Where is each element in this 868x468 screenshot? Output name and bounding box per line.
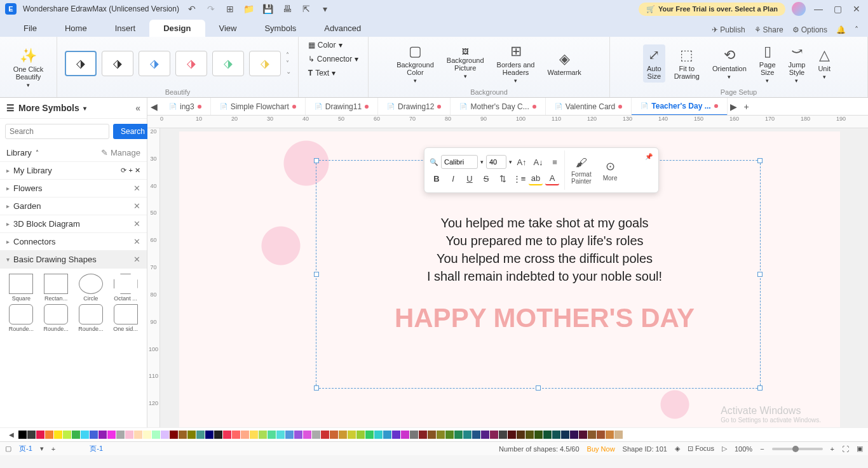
color-swatch[interactable] — [116, 431, 125, 439]
theme-thumb-3[interactable]: ⬗ — [139, 51, 170, 76]
color-swatch[interactable] — [143, 431, 151, 439]
zoom-in-icon[interactable]: + — [831, 445, 834, 453]
color-swatch[interactable] — [232, 431, 240, 439]
card-body-text[interactable]: You helped me take shot at my goals You … — [325, 214, 764, 285]
color-swatch[interactable] — [268, 431, 276, 439]
color-swatch[interactable] — [72, 431, 80, 439]
sel-handle-ne[interactable] — [757, 158, 763, 163]
menu-insert[interactable]: Insert — [101, 20, 150, 37]
sidebar-cat[interactable]: ▸ My Library⟳ + ✕ — [0, 162, 147, 180]
theme-down-icon[interactable]: ˅ — [286, 60, 291, 67]
color-swatch[interactable] — [392, 431, 400, 439]
color-swatch[interactable] — [437, 431, 445, 439]
doc-tab[interactable]: 📄 ing3 — [160, 98, 211, 116]
fit-drawing-button[interactable]: ⬚Fit to Drawing — [670, 44, 703, 83]
library-row[interactable]: Library ˄✎ Manage — [0, 144, 147, 162]
connector-button[interactable]: ↳ Connector ▾ — [306, 53, 361, 65]
page-dropdown-icon[interactable]: ▾ — [40, 445, 44, 453]
doc-tab[interactable]: 📄 Valentine Card — [546, 98, 632, 116]
publish-button[interactable]: ✈ Publish — [712, 25, 745, 34]
minimize-icon[interactable]: — — [812, 3, 825, 15]
color-swatch[interactable] — [63, 431, 71, 439]
color-swatch[interactable] — [365, 431, 374, 439]
underline-icon[interactable]: U — [463, 171, 477, 185]
color-swatch[interactable] — [410, 431, 418, 439]
fullscreen-icon[interactable]: ▣ — [857, 445, 863, 453]
unit-button[interactable]: △Unit▾ — [814, 44, 834, 83]
theme-thumb-6[interactable]: ⬗ — [249, 51, 281, 76]
menu-file[interactable]: File — [10, 20, 51, 37]
doc-tab[interactable]: 📄 Drawing12 — [378, 98, 451, 116]
page-tab-2[interactable]: 页-1 — [90, 444, 103, 453]
color-swatch[interactable] — [428, 431, 436, 439]
add-tab-icon[interactable]: + — [740, 100, 753, 113]
color-swatch[interactable] — [285, 431, 294, 439]
align-icon[interactable]: ≡ — [548, 155, 562, 169]
more-format-button[interactable]: ⊙More — [598, 157, 623, 184]
color-swatch[interactable] — [356, 431, 365, 439]
color-swatch[interactable] — [187, 431, 196, 439]
theme-up-icon[interactable]: ˄ — [286, 51, 291, 58]
color-swatch[interactable] — [303, 431, 311, 439]
theme-thumb-2[interactable]: ⬗ — [102, 51, 133, 76]
doc-tab[interactable]: 📄 Teacher's Day ... — [632, 98, 727, 116]
color-swatch[interactable] — [348, 431, 356, 439]
color-swatch[interactable] — [214, 431, 222, 439]
color-swatch[interactable] — [36, 431, 44, 439]
search-button[interactable]: Search — [113, 124, 153, 139]
trial-badge[interactable]: 🛒 Your Free Trial is over. Select a Plan — [639, 3, 785, 16]
theme-thumb-4[interactable]: ⬗ — [175, 51, 207, 76]
tab-next-icon[interactable]: ▶ — [728, 100, 740, 113]
shape-item[interactable]: One sid... — [109, 304, 142, 332]
color-swatch[interactable] — [588, 431, 596, 439]
color-swatch[interactable] — [134, 431, 142, 439]
color-swatch[interactable] — [312, 431, 320, 439]
increase-font-icon[interactable]: A↑ — [515, 155, 529, 169]
menu-view[interactable]: View — [205, 20, 251, 37]
buy-now-link[interactable]: Buy Now — [587, 445, 615, 453]
bold-icon[interactable]: B — [430, 171, 444, 185]
borders-headers-button[interactable]: ⊞Borders and Headers▾ — [493, 41, 539, 86]
menu-home[interactable]: Home — [51, 20, 101, 37]
tab-prev-icon[interactable]: ◀ — [147, 100, 160, 113]
save-icon[interactable]: 💾 — [262, 3, 275, 15]
shape-item[interactable]: Octant ... — [109, 274, 142, 302]
new-icon[interactable]: ⊞ — [224, 3, 236, 15]
color-swatch[interactable] — [481, 431, 489, 439]
color-swatch[interactable] — [490, 431, 498, 439]
color-swatch[interactable] — [472, 431, 480, 439]
theme-more-icon[interactable]: ⌄ — [286, 68, 291, 75]
doc-tab[interactable]: 📄 Simple Flowchart — [211, 98, 306, 116]
color-swatch[interactable] — [294, 431, 302, 439]
color-swatch[interactable] — [276, 431, 285, 439]
line-spacing-icon[interactable]: ⇅ — [496, 171, 510, 185]
export-icon[interactable]: ⇱ — [300, 3, 313, 15]
page[interactable]: You helped me take shot at my goals You … — [179, 131, 840, 427]
orientation-button[interactable]: ⟲Orientation▾ — [709, 44, 750, 83]
color-swatch[interactable] — [125, 431, 133, 439]
add-page-icon[interactable]: + — [51, 445, 55, 453]
avatar[interactable] — [792, 2, 806, 16]
doc-tab[interactable]: 📄 Drawing11 — [306, 98, 378, 116]
print-icon[interactable]: 🖶 — [281, 3, 294, 15]
italic-icon[interactable]: I — [446, 171, 460, 185]
format-painter-button[interactable]: 🖌Format Painter — [566, 154, 597, 187]
manage-link[interactable]: ✎ Manage — [101, 148, 140, 157]
color-swatch[interactable] — [54, 431, 62, 439]
one-click-beautify[interactable]: ✨One Click Beautify▾ — [10, 45, 48, 91]
canvas[interactable]: You helped me take shot at my goals You … — [160, 128, 868, 427]
color-swatch[interactable] — [27, 431, 36, 439]
shape-item[interactable]: Circle — [75, 274, 107, 302]
color-swatch[interactable] — [463, 431, 471, 439]
more-icon[interactable]: ▾ — [319, 3, 332, 15]
color-button[interactable]: ▦ Color ▾ — [306, 39, 345, 51]
color-swatch[interactable] — [517, 431, 525, 439]
color-swatch[interactable] — [259, 431, 267, 439]
color-swatch[interactable] — [161, 431, 169, 439]
undo-icon[interactable]: ↶ — [186, 3, 198, 15]
color-swatch[interactable] — [499, 431, 507, 439]
color-swatch[interactable] — [170, 431, 178, 439]
menu-advanced[interactable]: Advanced — [310, 20, 375, 37]
sel-handle-w[interactable] — [314, 272, 319, 277]
fit-page-icon[interactable]: ⛶ — [842, 445, 849, 453]
